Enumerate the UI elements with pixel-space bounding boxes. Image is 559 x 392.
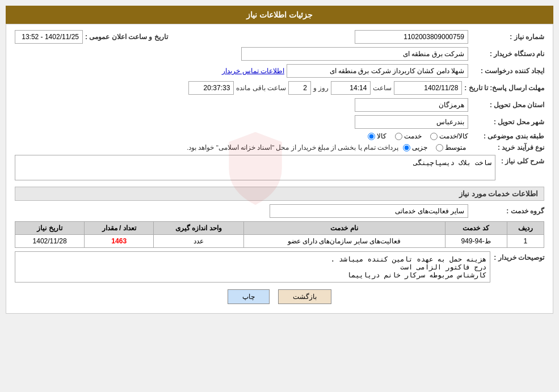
buyer-desc-label: توصیحات خریدار : — [494, 251, 544, 262]
purchase-type-radio-group: متوسط جزیی — [403, 144, 466, 151]
table-cell: عدد — [154, 235, 243, 248]
deadline-time-label: ساعت — [373, 84, 392, 92]
col-header-date: تاریخ نیاز — [15, 222, 85, 235]
deadline-remaining-input[interactable] — [188, 81, 234, 95]
service-group-input[interactable] — [270, 204, 468, 218]
category-kala-khadamat-item: کالا/خدمت — [430, 132, 468, 140]
province-row: استان محل تحویل : — [15, 98, 544, 112]
category-kala-label: کالا — [377, 132, 386, 140]
general-desc-textarea[interactable] — [15, 155, 495, 180]
service-table-body: 1ط-94-949فعالیت‌های سایر سازمان‌های دارا… — [15, 235, 544, 248]
table-cell: 1402/11/28 — [15, 235, 85, 248]
back-button[interactable]: بازگشت — [278, 289, 331, 304]
purchase-type-desc: پرداخت تمام یا بخشی از مبلغ خریدار از مح… — [187, 144, 398, 151]
category-kala-khadamat-label: کالا/خدمت — [439, 132, 468, 140]
announce-date-label: تاریخ و ساعت اعلان عمومی : — [85, 33, 168, 41]
province-input[interactable] — [355, 98, 468, 112]
deadline-row: مهلت ارسال پاسخ: تا تاریخ : ساعت روز و س… — [15, 81, 544, 95]
purchase-type-row: نوع فرآیند خرید : متوسط جزیی پرداخت تمام… — [15, 144, 544, 151]
print-button[interactable]: چاپ — [228, 289, 270, 304]
table-cell: ط-94-949 — [445, 235, 507, 248]
table-row: 1ط-94-949فعالیت‌های سایر سازمان‌های دارا… — [15, 235, 544, 248]
general-desc-row: شرح کلی نیاز : ATA ساخت بلاک دیسپاچینگی — [15, 155, 544, 182]
need-number-row: شماره نیاز : تاریخ و ساعت اعلان عمومی : — [15, 30, 544, 44]
category-row: طبقه بندی موضوعی : کالا/خدمت خدمت کالا — [15, 132, 544, 140]
buyer-station-row: نام دستگاه خریدار : — [15, 47, 544, 61]
category-kala-item: کالا — [368, 132, 386, 140]
need-number-label: شماره نیاز : — [470, 33, 544, 41]
category-khadamat-radio[interactable] — [395, 133, 402, 140]
general-desc-label: شرح کلی نیاز : — [499, 155, 544, 165]
need-number-input[interactable] — [355, 30, 468, 44]
content-area: شماره نیاز : تاریخ و ساعت اعلان عمومی : … — [6, 24, 553, 314]
category-kala-khadamat-radio[interactable] — [430, 133, 438, 140]
buyer-station-input[interactable] — [241, 47, 468, 61]
purchase-mottaset-item: متوسط — [436, 144, 466, 151]
category-khadamat-label: خدمت — [404, 132, 422, 140]
col-header-qty: تعداد / مقدار — [85, 222, 154, 235]
deadline-remaining-label: ساعت باقی مانده — [236, 84, 286, 92]
purchase-type-label: نوع فرآیند خرید : — [470, 144, 544, 151]
service-group-row: گروه خدمت : — [15, 204, 544, 218]
col-header-row: ردیف — [507, 222, 544, 235]
table-cell: فعالیت‌های سایر سازمان‌های دارای عضو — [243, 235, 445, 248]
purchase-mottaset-radio[interactable] — [436, 144, 443, 151]
deadline-days-label: روز و — [313, 84, 329, 92]
table-cell: 1463 — [85, 235, 154, 248]
creator-label: ایجاد کننده درخواست : — [470, 67, 544, 75]
category-label: طبقه بندی موضوعی : — [470, 132, 544, 140]
province-label: استان محل تحویل : — [470, 101, 544, 109]
category-kala-radio[interactable] — [368, 133, 375, 140]
deadline-days-input[interactable] — [288, 81, 311, 95]
purchase-mottaset-label: متوسط — [445, 144, 466, 151]
deadline-time-input[interactable] — [331, 81, 371, 95]
category-radio-group: کالا/خدمت خدمت کالا — [368, 132, 468, 140]
services-section-title: اطلاعات خدمات مورد نیاز — [15, 187, 544, 201]
service-group-label: گروه خدمت : — [470, 207, 544, 215]
buyer-desc-row: توصیحات خریدار : — [15, 251, 544, 283]
announce-date-input[interactable] — [15, 30, 83, 44]
buyer-station-label: نام دستگاه خریدار : — [470, 50, 544, 58]
purchase-jozi-label: جزیی — [412, 144, 427, 151]
creator-contact-link[interactable]: اطلاعات تماس خریدار — [222, 67, 284, 75]
col-header-name: نام خدمت — [243, 222, 445, 235]
col-header-unit: واحد اندازه گیری — [154, 222, 243, 235]
city-input[interactable] — [355, 115, 468, 129]
buyer-desc-textarea[interactable] — [15, 251, 490, 283]
header-title: جزئیات اطلاعات نیاز — [246, 10, 313, 19]
general-desc-container: ATA — [15, 155, 495, 182]
creator-row: ایجاد کننده درخواست : اطلاعات تماس خریدا… — [15, 64, 544, 78]
creator-input[interactable] — [287, 64, 468, 78]
city-row: شهر محل تحویل : — [15, 115, 544, 129]
page-header: جزئیات اطلاعات نیاز — [6, 6, 553, 24]
table-cell: 1 — [507, 235, 544, 248]
purchase-jozi-radio[interactable] — [403, 144, 410, 151]
service-table: ردیف کد خدمت نام خدمت واحد اندازه گیری ت… — [15, 221, 544, 248]
deadline-date-input[interactable] — [394, 81, 462, 95]
city-label: شهر محل تحویل : — [470, 118, 544, 126]
purchase-jozi-item: جزیی — [403, 144, 427, 151]
category-khadamat-item: خدمت — [395, 132, 422, 140]
button-row: بازگشت چاپ — [15, 289, 544, 304]
col-header-code: کد خدمت — [445, 222, 507, 235]
table-header-row: ردیف کد خدمت نام خدمت واحد اندازه گیری ت… — [15, 222, 544, 235]
page-wrapper: جزئیات اطلاعات نیاز شماره نیاز : تاریخ و… — [6, 6, 553, 314]
deadline-label: مهلت ارسال پاسخ: تا تاریخ : — [464, 84, 544, 92]
